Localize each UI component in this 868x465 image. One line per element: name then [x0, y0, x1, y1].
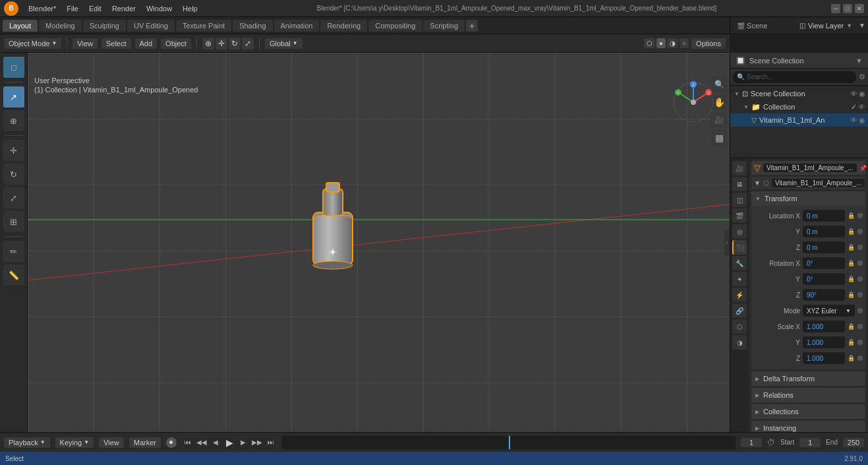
prop-tab-view-layer[interactable]: ◫	[732, 193, 747, 207]
object-menu[interactable]: Object	[161, 38, 191, 49]
eye3-icon[interactable]: 👁	[850, 116, 857, 125]
expand-icon[interactable]: ▼	[733, 90, 741, 98]
options-button[interactable]: Options	[691, 38, 726, 49]
tab-layout[interactable]: Layout	[3, 20, 38, 32]
prop-tab-world[interactable]: ◎	[732, 224, 747, 239]
rotation-y-dot[interactable]	[857, 276, 863, 282]
view-layer-chevron[interactable]: ▼	[846, 22, 852, 29]
minimize-button[interactable]: ─	[831, 4, 840, 13]
scale-x-lock-icon[interactable]: 🔒	[848, 323, 855, 330]
mode-selector[interactable]: Object Mode ▼	[4, 38, 61, 49]
tab-uv-editing[interactable]: UV Editing	[127, 20, 175, 32]
tab-texture-paint[interactable]: Texture Paint	[176, 20, 231, 32]
jump-start-btn[interactable]: ⏮	[182, 437, 194, 449]
eye-icon[interactable]: 👁	[850, 90, 857, 98]
cursor-tool-btn-left[interactable]: ⊕	[3, 110, 24, 131]
location-x-lock-icon[interactable]: 🔒	[848, 212, 855, 219]
mesh-name-field[interactable]: Vitamin_B1_1ml_Ampoule_...	[772, 179, 865, 187]
cursor-tool-btn[interactable]: ⊕	[202, 38, 214, 49]
playback-menu[interactable]: Playback ▼	[4, 437, 50, 448]
record-button[interactable]: ⏺	[166, 437, 177, 448]
marker-menu[interactable]: Marker	[129, 437, 161, 448]
shading-wireframe-btn[interactable]: ⬡	[644, 38, 655, 48]
prev-frame-btn[interactable]: ◀◀	[196, 437, 208, 449]
view-menu[interactable]: View	[72, 38, 98, 49]
rotation-x-lock-icon[interactable]: 🔒	[848, 260, 855, 266]
rotation-y-value[interactable]: 0°	[803, 273, 845, 285]
rotation-mode-value[interactable]: XYZ Euler ▼	[803, 305, 855, 317]
rotate-tool-btn[interactable]: ↻	[229, 38, 241, 49]
scene-tab[interactable]: 🎬 Scene	[730, 19, 774, 32]
menu-blender[interactable]: Blender*	[24, 3, 61, 14]
render2-icon[interactable]: ◉	[859, 116, 865, 125]
rotation-y-lock-icon[interactable]: 🔒	[848, 276, 855, 282]
annotate-tool-btn[interactable]: ✏	[3, 241, 24, 262]
rotation-mode-dot[interactable]	[857, 308, 863, 313]
scale-y-lock-icon[interactable]: 🔒	[848, 339, 855, 346]
navigation-gizmo[interactable]: Z X Y	[670, 79, 716, 125]
timeline-scrubber[interactable]	[282, 436, 736, 449]
jump-end-btn[interactable]: ⏭	[265, 437, 277, 449]
prop-tab-render[interactable]: 🎥	[732, 161, 747, 175]
menu-edit[interactable]: Edit	[84, 3, 106, 14]
outliner-row-collection[interactable]: ▼ 📁 Collection ✓ 👁	[730, 100, 868, 113]
location-z-value[interactable]: 0 m	[803, 241, 845, 253]
prop-tab-constraints[interactable]: 🔗	[732, 303, 747, 318]
keying-menu[interactable]: Keying ▼	[55, 437, 94, 448]
outliner-row-scene-collection[interactable]: ▼ ⊡ Scene Collection 👁 ◉	[730, 87, 868, 100]
select-menu[interactable]: Select	[101, 38, 131, 49]
relations-header[interactable]: ▶ Relations	[751, 388, 865, 402]
location-x-dot[interactable]	[857, 213, 863, 218]
shading-material-btn[interactable]: ◑	[667, 38, 678, 48]
sidebar-toggle[interactable]: ‹	[724, 230, 730, 256]
next-keyframe-btn[interactable]: ▶	[237, 437, 249, 449]
render-icon[interactable]: ◉	[859, 90, 865, 98]
menu-window[interactable]: Window	[142, 3, 177, 14]
move-tool-btn-left[interactable]: ✛	[3, 140, 24, 161]
check-icon[interactable]: ✓	[851, 103, 857, 111]
measure-tool-btn[interactable]: 📏	[3, 264, 24, 286]
view-menu-timeline[interactable]: View	[99, 437, 124, 448]
transform-header[interactable]: ▼ Transform	[751, 191, 865, 206]
tab-animation[interactable]: Animation	[274, 20, 320, 32]
location-y-lock-icon[interactable]: 🔒	[848, 228, 855, 235]
grid-view-btn[interactable]: ▦	[711, 130, 727, 146]
location-y-value[interactable]: 0 m	[803, 226, 845, 237]
close-button[interactable]: ✕	[855, 4, 864, 13]
prop-tab-physics[interactable]: ⚡	[732, 288, 747, 302]
back-btn[interactable]: ◻	[3, 57, 24, 78]
prev-keyframe-btn[interactable]: ◀	[210, 437, 221, 449]
add-workspace-button[interactable]: +	[466, 20, 478, 32]
rotation-z-dot[interactable]	[857, 292, 863, 297]
prop-tab-output[interactable]: 🖥	[732, 177, 747, 191]
menu-render[interactable]: Render	[107, 3, 140, 14]
outliner-filter-btn[interactable]: ▼	[855, 57, 863, 65]
menu-file[interactable]: File	[62, 3, 83, 14]
prop-tab-object[interactable]: ⬛	[732, 240, 747, 255]
scale-z-value[interactable]: 1.000	[803, 352, 845, 364]
delta-transform-header[interactable]: ▶ Delta Transform	[751, 371, 865, 386]
rotation-z-value[interactable]: 90°	[803, 289, 845, 301]
scale-tool-btn-left[interactable]: ⤢	[3, 187, 24, 208]
location-z-dot[interactable]	[857, 245, 863, 250]
tab-rendering[interactable]: Rendering	[320, 20, 367, 32]
next-frame-btn[interactable]: ▶▶	[251, 437, 263, 449]
tab-modeling[interactable]: Modeling	[39, 20, 82, 32]
rotation-z-lock-icon[interactable]: 🔒	[848, 292, 855, 298]
prop-tab-scene[interactable]: 🎬	[732, 208, 747, 223]
transform-tool-btn[interactable]: ⊞	[3, 211, 24, 232]
outliner-search-box[interactable]: 🔍 Search...	[733, 71, 856, 83]
prop-tab-data[interactable]: ⬡	[732, 319, 747, 334]
transform-orientation[interactable]: Global ▼	[265, 38, 303, 49]
tab-scripting[interactable]: Scripting	[423, 20, 465, 32]
outliner-filter-icon[interactable]: ⚙	[859, 73, 865, 81]
maximize-button[interactable]: □	[843, 4, 852, 13]
move-tool-btn[interactable]: ✛	[216, 38, 227, 49]
shading-solid-btn[interactable]: ●	[656, 38, 666, 48]
filter-icon[interactable]: ▼	[859, 22, 865, 29]
select-tool-btn[interactable]: ↗	[3, 86, 24, 108]
scale-x-value[interactable]: 1.000	[803, 321, 845, 332]
start-frame-display[interactable]: 1	[799, 438, 821, 447]
rotate-tool-btn-left[interactable]: ↻	[3, 164, 24, 185]
tab-sculpting[interactable]: Sculpting	[83, 20, 126, 32]
